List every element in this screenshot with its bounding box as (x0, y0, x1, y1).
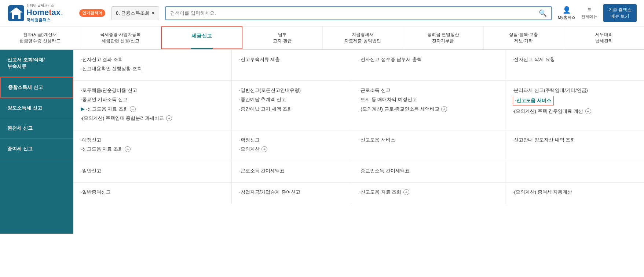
search-dropdown[interactable]: 8. 금융소득조회 ▾ (111, 7, 159, 20)
header-right: 👤 My홈택스 ≡ 전체메뉴 기존 홈택스 메뉴 보기 (558, 4, 637, 22)
cell-2-0: ·예정신고 ·신고도움 자료 조회 + (73, 130, 231, 161)
logo-t: t (49, 8, 51, 17)
link-모의계산주택간주[interactable]: ·(모의계산) 주택 간주임대료 계산 + (513, 108, 637, 115)
search-button[interactable]: 🔍 (539, 9, 547, 17)
sidebar-item-0[interactable]: 신고서 조회/삭제/부속서류 (0, 50, 73, 77)
link-분리과세[interactable]: ·분리과세 신고(주택임대/기타/연금) (513, 87, 637, 94)
search-dropdown-area[interactable]: 8. 금융소득조회 ▾ (111, 6, 159, 20)
nav-item-1[interactable]: 국세증명·사업자등록세금관련 신청/신고 (80, 26, 161, 49)
cell-0-2: ·전자신고 접수증·납부서 출력 (352, 50, 505, 81)
link-양도신고도움자료[interactable]: ·신고도움 자료 조회 + (81, 145, 224, 153)
link-신고도움자료[interactable]: ▶·신고도움 자료 조회 + (81, 105, 224, 113)
cell-2-3: ·신고안내 양도자산 내역 조회 (505, 130, 644, 161)
sidebar-item-1-comprehensive[interactable]: 종합소득세 신고 (0, 77, 73, 98)
content-area: ·전자신고 결과 조회 ·신고내용확인 진행상황 조회 ·신고부속서류 제출 ·… (73, 50, 644, 234)
sidebar-item-4[interactable]: 증여세 신고 (0, 139, 73, 159)
svg-rect-2 (14, 15, 18, 19)
my-hometax-label: My홈택스 (558, 15, 575, 20)
table-row-0: ·전자신고 결과 조회 ·신고내용확인 진행상황 조회 ·신고부속서류 제출 ·… (73, 50, 644, 81)
cell-3-1: ·근로소득 간이세액표 (231, 161, 352, 183)
link-근로소득간이세액표[interactable]: ·근로소득 간이세액표 (239, 167, 344, 175)
link-원천세일반신고[interactable]: ·일반신고 (81, 167, 224, 175)
cell-4-1: ·창업자금/가업승계 증여신고 (231, 183, 352, 204)
link-모의계산주택임대[interactable]: ·(모의계산) 주택임대 종합분리과세비교 + (81, 115, 224, 122)
link-종교인소득간이세액표[interactable]: ·종교인소득 간이세액표 (359, 167, 498, 175)
link-증여신고도움자료[interactable]: ·신고도움 자료 조회 + (359, 188, 498, 196)
my-hometax-button[interactable]: 👤 My홈택스 (558, 6, 575, 20)
link-중간예납고지[interactable]: ·중간예납 고지 세액 조회 (239, 105, 344, 113)
link-일반신고[interactable]: ·일반신고(모든신고안내유형) (239, 87, 344, 94)
link-모두채움[interactable]: ·모두채움/단순경비율 신고 (81, 87, 224, 94)
link-전자신고접수증[interactable]: ·전자신고 접수증·납부서 출력 (359, 56, 498, 63)
cell-3-3 (505, 161, 644, 183)
all-menu-label: 전체메뉴 (581, 14, 597, 19)
link-전자신고삭제[interactable]: ·전자신고 삭제 요청 (513, 56, 637, 63)
link-모의계산근로[interactable]: ·(모의계산) 근로·종교인소득 세액비교 + (359, 105, 498, 113)
nav-item-4[interactable]: 지급명세서자료제출·공익법인 (323, 26, 403, 49)
link-일반증여신고[interactable]: ·일반증여신고 (81, 188, 224, 196)
link-신고내용확인[interactable]: ·신고내용확인 진행상황 조회 (81, 65, 224, 72)
link-신고도움서비스-highlight[interactable]: ·신고도움 서비스 (513, 96, 554, 105)
content-table: ·전자신고 결과 조회 ·신고내용확인 진행상황 조회 ·신고부속서류 제출 ·… (73, 50, 644, 204)
link-토지매매차익[interactable]: ·토지 등 매매차익 예정신고 (359, 96, 498, 103)
link-확정신고[interactable]: ·확정신고 (239, 136, 344, 144)
cell-0-3: ·전자신고 삭제 요청 (505, 50, 644, 81)
plus-circle-icon2[interactable]: + (166, 115, 172, 121)
top-nav: 전자(세금)계산서현금영수증·신용카드 국세증명·사업자등록세금관련 신청/신고… (0, 26, 644, 50)
cell-0-1: ·신고부속서류 제출 (231, 50, 352, 81)
logo-area: 인터넷 납세서비스 Home t ax . 국세청홈택스 (7, 4, 73, 22)
table-row-2: ·예정신고 ·신고도움 자료 조회 + ·확정신고 ·모의계산 + ·신고도움 … (73, 130, 644, 161)
plus-circle-icon[interactable]: + (130, 106, 136, 112)
nav-item-7[interactable]: 세무대리납세관리 (564, 26, 644, 49)
legacy-menu-button[interactable]: 기존 홈택스 메뉴 보기 (603, 4, 637, 22)
sidebar-item-3[interactable]: 원천세 신고 (0, 118, 73, 138)
sidebar-item-2[interactable]: 양도소득세 신고 (0, 98, 73, 118)
cell-4-0: ·일반증여신고 (73, 183, 231, 204)
link-모의계산증여세[interactable]: ·(모의계산) 증여세 자동계산 (513, 188, 637, 196)
link-양도신고도움서비스[interactable]: ·신고도움 서비스 (359, 136, 498, 144)
header: 인터넷 납세서비스 Home t ax . 국세청홈택스 인기검색어 8. 금융… (0, 0, 644, 26)
legacy-btn-line2: 메뉴 보기 (611, 14, 629, 19)
nav-item-6[interactable]: 상담·불복·고충제보·기타 (484, 26, 564, 49)
link-창업자금증여신고[interactable]: ·창업자금/가업승계 증여신고 (239, 188, 344, 196)
plus-circle-icon6[interactable]: + (261, 146, 267, 152)
my-hometax-icon: 👤 (563, 6, 571, 14)
logo-house-icon (7, 4, 25, 22)
logo-dot: . (61, 11, 63, 17)
popular-badge: 인기검색어 (79, 9, 105, 17)
link-중간예납추계액[interactable]: ·중간예납 추계액 신고 (239, 96, 344, 103)
link-전자신고결과조회[interactable]: ·전자신고 결과 조회 (81, 56, 224, 63)
link-근로소득신고[interactable]: ·근로소득 신고 (359, 87, 498, 94)
search-input-area: 🔍 (165, 6, 552, 20)
link-종교인[interactable]: ·종교인 기타소득 신고 (81, 96, 224, 103)
cell-0-0: ·전자신고 결과 조회 ·신고내용확인 진행상황 조회 (73, 50, 231, 81)
logo-text: 인터넷 납세서비스 Home t ax . 국세청홈택스 (26, 4, 63, 22)
plus-circle-icon7[interactable]: + (403, 189, 409, 195)
nav-item-5[interactable]: 장려금·연말정산전자기부금 (403, 26, 483, 49)
logo-subtitle: 인터넷 납세서비스 (26, 4, 63, 8)
cell-1-2: ·근로소득 신고 ·토지 등 매매차익 예정신고 ·(모의계산) 근로·종교인소… (352, 80, 505, 130)
table-row-4: ·일반증여신고 ·창업자금/가업승계 증여신고 ·신고도움 자료 조회 + ·(… (73, 183, 644, 204)
main-content: 신고서 조회/삭제/부속서류 종합소득세 신고 양도소득세 신고 원천세 신고 … (0, 50, 644, 234)
all-menu-button[interactable]: ≡ 전체메뉴 (581, 7, 597, 19)
sidebar: 신고서 조회/삭제/부속서류 종합소득세 신고 양도소득세 신고 원천세 신고 … (0, 50, 73, 234)
plus-circle-icon5[interactable]: + (125, 146, 131, 152)
link-신고안내양도자산[interactable]: ·신고안내 양도자산 내역 조회 (513, 136, 637, 144)
nav-item-0[interactable]: 전자(세금)계산서현금영수증·신용카드 (0, 26, 80, 49)
plus-circle-icon3[interactable]: + (441, 106, 447, 112)
table-row-1: ·모두채움/단순경비율 신고 ·종교인 기타소득 신고 ▶·신고도움 자료 조회… (73, 80, 644, 130)
link-예정신고[interactable]: ·예정신고 (81, 136, 224, 144)
link-모의계산양도[interactable]: ·모의계산 + (239, 145, 344, 153)
cell-4-3: ·(모의계산) 증여세 자동계산 (505, 183, 644, 204)
nav-item-3[interactable]: 납부고지·환급 (242, 26, 323, 49)
table-row-3: ·일반신고 ·근로소득 간이세액표 ·종교인소득 간이세액표 (73, 161, 644, 183)
search-input[interactable] (170, 10, 536, 16)
link-신고부속서류[interactable]: ·신고부속서류 제출 (239, 56, 344, 63)
logo-home: Home (26, 8, 49, 17)
plus-circle-icon4[interactable]: + (585, 108, 591, 114)
logo-nts: 국세청홈택스 (26, 18, 63, 22)
cell-1-0: ·모두채움/단순경비율 신고 ·종교인 기타소득 신고 ▶·신고도움 자료 조회… (73, 80, 231, 130)
cell-3-0: ·일반신고 (73, 161, 231, 183)
nav-item-2-tax[interactable]: 세금신고 (161, 26, 242, 49)
cell-3-2: ·종교인소득 간이세액표 (352, 161, 505, 183)
